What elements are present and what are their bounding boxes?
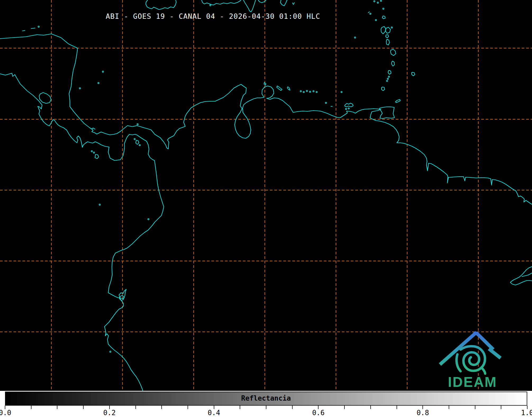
colorbar-tick	[449, 406, 449, 409]
colorbar-tick	[57, 406, 57, 409]
coastline	[292, 2, 294, 4]
colorbar-tick	[188, 406, 188, 409]
islet-dot	[383, 8, 384, 10]
islet-dot	[98, 83, 99, 84]
coastline	[380, 107, 394, 118]
islet-dot	[306, 90, 308, 92]
colorbar-strip: Reflectancia 0.00.20.40.60.81.0	[0, 391, 532, 417]
coastline	[381, 87, 385, 91]
islet-dot	[345, 108, 347, 110]
coastline	[412, 72, 415, 76]
colorbar-tick-label: 0.0	[0, 409, 16, 417]
coastline	[22, 30, 25, 31]
coastline	[280, 0, 287, 6]
satellite-map-figure: IDEAM ABI - GOES 19 - CANAL 04 - 2026-04…	[0, 0, 532, 417]
islet-dot	[310, 91, 311, 93]
coastline	[146, 0, 176, 10]
colorbar-tick	[266, 406, 266, 409]
colorbar-label: Reflectancia	[0, 394, 532, 402]
islet-dot	[316, 91, 317, 93]
islet-dot	[325, 102, 327, 104]
colorbar-tick-label: 0.8	[412, 409, 433, 417]
colorbar-tick	[344, 406, 345, 409]
coastline	[202, 0, 241, 5]
coastline	[386, 39, 389, 45]
islet-dot	[348, 108, 349, 109]
coastline	[392, 61, 394, 66]
islet-dot	[387, 78, 389, 80]
coastline	[388, 70, 391, 74]
logo-hurricane-spiral-icon	[457, 346, 485, 374]
islet-dot	[380, 0, 382, 2]
islet-dot	[388, 76, 390, 77]
colorbar-tick	[501, 406, 501, 409]
coastline	[95, 154, 99, 159]
colorbar-tick-label: 0.2	[99, 409, 120, 417]
coastline	[39, 93, 51, 103]
logo-wordmark: IDEAM	[448, 374, 497, 390]
islet-dot	[391, 27, 393, 28]
coastline	[136, 140, 139, 144]
colorbar-tick	[161, 406, 162, 409]
colorbar-tick	[31, 406, 31, 409]
islet-dot	[91, 151, 93, 152]
coastline	[345, 103, 353, 107]
colorbar-tick	[240, 406, 240, 409]
colorbar-tick	[292, 406, 293, 409]
coastline	[385, 27, 390, 33]
coastline	[287, 87, 290, 90]
islet-dot	[134, 139, 135, 140]
colorbar-tick	[475, 406, 475, 409]
islet-dot	[377, 2, 379, 3]
islet-dot	[93, 152, 95, 153]
islet-dot	[148, 219, 149, 220]
islet-dot	[374, 1, 375, 2]
islet-dot	[313, 91, 314, 92]
coastline	[510, 267, 532, 285]
map-canvas: IDEAM	[0, 0, 532, 391]
ideam-logo: IDEAM	[441, 333, 499, 390]
colorbar-tick	[397, 406, 397, 409]
coastline	[395, 99, 400, 103]
islet-dot	[79, 88, 81, 89]
islet-dot	[387, 80, 388, 82]
colorbar-tick-label: 0.4	[203, 409, 225, 417]
map-title: ABI - GOES 19 - CANAL 04 - 2026-04-30 01…	[0, 12, 426, 20]
colorbar-tick-label: 0.6	[308, 409, 329, 417]
coastline	[243, 0, 256, 12]
coastline-layer	[0, 0, 532, 391]
islet-dot	[38, 26, 39, 28]
colorbar-tick	[370, 406, 371, 409]
coastline	[277, 86, 282, 90]
colorbar-tick	[83, 406, 84, 409]
coastline	[386, 35, 389, 38]
coastline	[390, 49, 396, 56]
colorbar-tick-label: 1.0	[517, 409, 532, 417]
coastline	[264, 83, 266, 85]
islet-dot	[210, 5, 211, 6]
islet-dot	[99, 204, 101, 205]
coastline	[31, 28, 35, 29]
islet-dot	[300, 91, 302, 92]
islet-dot	[303, 91, 304, 93]
latlon-gridlines	[0, 0, 532, 391]
islet-dot	[341, 91, 342, 93]
islet-dot	[102, 71, 104, 72]
islet-dot	[139, 145, 140, 146]
islet-dot	[137, 124, 138, 125]
colorbar-tick	[135, 406, 136, 409]
coastline	[381, 26, 386, 34]
islet-dot	[354, 37, 356, 38]
islet-dot	[110, 351, 111, 352]
